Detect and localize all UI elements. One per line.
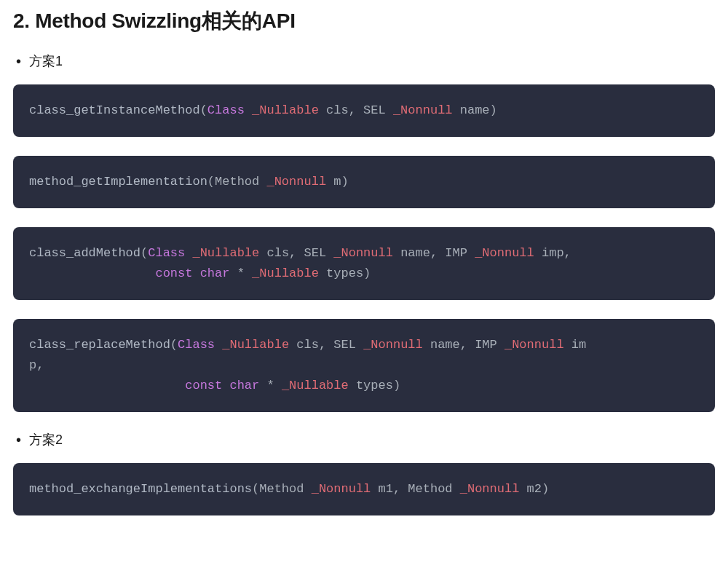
code-token-fn: class_replaceMethod: [29, 338, 170, 352]
code-token-punct: (: [141, 246, 148, 260]
code-block: class_replaceMethod(Class _Nullable cls,…: [13, 319, 715, 412]
code-token-attr: _Nullable: [252, 266, 319, 280]
code-token-punct: cls, SEL: [319, 103, 393, 117]
code-token-type: Class: [178, 338, 215, 352]
code-token-attr: _Nonnull: [333, 246, 393, 260]
code-token-punct: [29, 266, 155, 280]
bullet-item: 方案1: [13, 52, 715, 70]
code-token-fn: class_addMethod: [29, 246, 141, 260]
code-token-attr: _Nullable: [282, 379, 349, 392]
code-block: method_exchangeImplementations(Method _N…: [13, 463, 715, 515]
code-token-fn: method_getImplementation: [29, 175, 207, 189]
code-line: method_exchangeImplementations(Method _N…: [29, 479, 699, 499]
code-token-attr: _Nonnull: [393, 103, 453, 117]
code-token-punct: [29, 379, 185, 392]
code-line: const char * _Nullable types): [29, 376, 699, 396]
code-token-punct: (: [170, 338, 178, 352]
bullet-list: 方案2: [13, 431, 715, 449]
section-heading: 2. Method Swizzling相关的API: [13, 7, 715, 35]
code-token-punct: im: [564, 338, 587, 352]
code-token-punct: cls, SEL: [289, 338, 363, 352]
code-block: class_addMethod(Class _Nullable cls, SEL…: [13, 227, 715, 300]
code-token-punct: [245, 103, 252, 117]
code-token-punct: [222, 379, 229, 392]
code-token-type: Class: [148, 246, 185, 260]
code-token-attr: _Nonnull: [460, 482, 520, 496]
code-token-punct: *: [229, 266, 252, 280]
code-token-punct: m2): [519, 482, 549, 496]
code-token-punct: name, IMP: [393, 246, 475, 260]
code-token-punct: (Method: [207, 175, 267, 189]
code-token-punct: m): [326, 175, 349, 189]
code-token-fn: method_exchangeImplementations: [29, 482, 252, 496]
code-token-attr: _Nullable: [222, 338, 289, 352]
code-token-punct: [185, 246, 192, 260]
code-token-punct: (Method: [252, 482, 312, 496]
code-token-punct: name, IMP: [423, 338, 505, 352]
code-token-punct: types): [319, 266, 371, 280]
code-token-punct: *: [259, 379, 282, 392]
code-token-attr: _Nonnull: [312, 482, 371, 496]
code-token-punct: (: [200, 103, 207, 117]
code-line: method_getImplementation(Method _Nonnull…: [29, 172, 699, 192]
code-token-punct: [215, 338, 222, 352]
code-line: class_replaceMethod(Class _Nullable cls,…: [29, 335, 699, 355]
code-token-type: Class: [207, 103, 245, 117]
code-block: method_getImplementation(Method _Nonnull…: [13, 156, 715, 208]
code-token-attr: _Nullable: [252, 103, 319, 117]
code-token-punct: [192, 266, 199, 280]
code-line: p,: [29, 355, 699, 376]
code-token-attr: _Nonnull: [266, 175, 326, 189]
code-line: class_getInstanceMethod(Class _Nullable …: [29, 100, 699, 121]
code-token-punct: m1, Method: [371, 482, 459, 496]
code-block: class_getInstanceMethod(Class _Nullable …: [13, 84, 715, 137]
code-token-keyword: const: [185, 379, 222, 392]
bullet-list: 方案1: [13, 52, 715, 70]
bullet-item: 方案2: [13, 431, 715, 449]
code-token-keyword: char: [200, 266, 230, 280]
code-token-attr: _Nonnull: [505, 338, 564, 352]
code-token-attr: _Nonnull: [363, 338, 423, 352]
code-token-attr: _Nonnull: [475, 246, 534, 260]
code-token-punct: types): [349, 379, 400, 392]
code-token-attr: _Nullable: [192, 246, 259, 260]
code-line: const char * _Nullable types): [29, 264, 699, 284]
code-token-punct: cls, SEL: [259, 246, 333, 260]
code-token-punct: p,: [29, 358, 44, 372]
code-token-keyword: char: [229, 379, 259, 392]
code-token-fn: class_getInstanceMethod: [29, 103, 200, 117]
code-token-punct: imp,: [534, 246, 571, 260]
code-token-punct: name): [453, 103, 497, 117]
code-token-keyword: const: [155, 266, 192, 280]
content-container: 方案1class_getInstanceMethod(Class _Nullab…: [13, 52, 715, 515]
code-line: class_addMethod(Class _Nullable cls, SEL…: [29, 243, 699, 264]
